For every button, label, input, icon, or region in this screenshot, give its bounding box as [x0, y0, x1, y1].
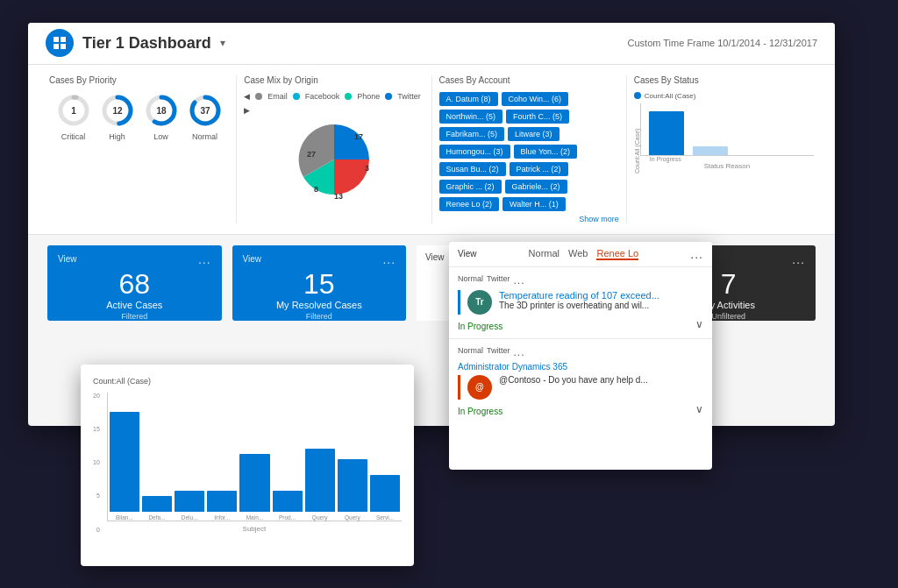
- phone-dot: [345, 93, 352, 100]
- bc-bar-infor-rect: [207, 491, 237, 512]
- twitter-label: Twitter: [397, 92, 421, 101]
- bc-bar-prod: Prod...: [273, 491, 303, 521]
- stream-overlay-header: View Normal Web Renee Lo ...: [449, 242, 712, 266]
- ring-high-svg: 12: [99, 92, 136, 129]
- active-cases-label: Active Cases: [58, 300, 211, 310]
- bc-bar-query1-label: Query: [312, 514, 328, 521]
- stream-item-2-text: @Contoso - Do you have any help d...: [499, 375, 648, 385]
- casemix-chart-section: Case Mix by Origin ◀ Email Facebook Phon…: [237, 75, 431, 223]
- tag-adatum[interactable]: A. Datum (8): [439, 92, 498, 106]
- pie-chart-svg: 17 27 3 13 8: [286, 120, 382, 199]
- bar-chart-card: Count:All (Case) 20 15 10 5 0 Bilan... D…: [81, 365, 414, 566]
- app-icon-svg: [52, 35, 68, 51]
- svg-text:27: 27: [307, 150, 316, 159]
- show-more-link[interactable]: Show more: [439, 215, 619, 223]
- bar-chart-title: Count:All (Case): [93, 377, 402, 386]
- status-x-labels: In Progress: [640, 156, 814, 162]
- stream-overlay-tab-reneelo[interactable]: Renee Lo: [596, 248, 638, 260]
- bc-bar-prod-label: Prod...: [279, 514, 296, 521]
- stream-item-2-content: @ @Contoso - Do you have any help d...: [458, 375, 703, 400]
- stream-overlay-view[interactable]: View: [458, 249, 477, 259]
- title-chevron[interactable]: ▾: [220, 37, 225, 49]
- bc-bar-servi-rect: [370, 475, 400, 512]
- resolved-tile-header: View ...: [243, 252, 396, 266]
- stream-item-1-chevron[interactable]: ∨: [695, 318, 703, 330]
- stream-overlay-tab-normal[interactable]: Normal: [529, 248, 559, 260]
- tag-coho[interactable]: Coho Win... (6): [502, 92, 569, 106]
- y-label-5: 5: [96, 492, 100, 499]
- bc-bar-delu-label: Delu...: [182, 514, 198, 521]
- tag-gabriele[interactable]: Gabriele... (2): [505, 180, 567, 194]
- stream-overlay-tab-web[interactable]: Web: [568, 248, 588, 260]
- status-x-label-1: In Progress: [644, 156, 688, 162]
- stream-item-2-dots[interactable]: ...: [514, 346, 525, 358]
- active-tile-dots[interactable]: ...: [198, 252, 211, 266]
- svg-text:1: 1: [71, 106, 76, 116]
- ring-critical-svg: 1: [55, 92, 92, 129]
- priority-chart-section: Cases By Priority 1 Critical: [42, 75, 237, 223]
- bc-bars-wrapper: Bilan... Defa... Delu... Infor...: [107, 393, 402, 533]
- pie-container: 17 27 3 13 8: [244, 120, 424, 199]
- tag-fourth[interactable]: Fourth C... (5): [506, 110, 569, 124]
- active-cases-tile: View ... 68 Active Cases Filtered: [47, 245, 222, 321]
- y-label-10: 10: [93, 459, 100, 465]
- status-bars: [640, 103, 814, 156]
- active-tile-view[interactable]: View: [58, 254, 77, 264]
- stream-item-2-link[interactable]: Administrator Dynamics 365: [458, 362, 567, 372]
- bc-bar-defa: Defa...: [142, 496, 172, 521]
- tag-reneelo[interactable]: Renee Lo (2): [439, 197, 500, 211]
- tag-northwin[interactable]: Northwin... (5): [439, 110, 503, 124]
- app-icon: [46, 29, 74, 57]
- tiles-row: View ... 68 Active Cases Filtered View .…: [28, 235, 835, 331]
- tag-blueyon[interactable]: Blue Yon... (2): [514, 145, 578, 159]
- nav-left[interactable]: ◀: [244, 92, 250, 101]
- stream-overlay-dots[interactable]: ...: [690, 247, 703, 261]
- bc-bar-query1-rect: [305, 449, 335, 512]
- bc-bar-main: Main...: [239, 454, 269, 521]
- svg-text:18: 18: [156, 106, 167, 116]
- bc-bar-delu: Delu...: [175, 491, 204, 521]
- resolved-tile-dots[interactable]: ...: [382, 252, 396, 266]
- resolved-tile-view[interactable]: View: [243, 254, 262, 264]
- tag-patrick[interactable]: Patrick ... (2): [510, 162, 568, 176]
- ring-low-svg: 18: [143, 92, 180, 129]
- bc-bar-infor: Infor...: [207, 491, 237, 521]
- bar-inprogress: [649, 111, 684, 155]
- nav-right[interactable]: ▶: [244, 106, 250, 115]
- bc-bar-query1: Query: [305, 449, 335, 521]
- stream-card-overlay: View Normal Web Renee Lo ... Normal Twit…: [449, 242, 712, 470]
- tag-litware[interactable]: Litware (3): [508, 127, 559, 141]
- resolved-cases-tile: View ... 15 My Resolved Cases Filtered: [232, 245, 407, 321]
- tag-susanbu[interactable]: Susan Bu... (2): [439, 162, 506, 176]
- svg-rect-0: [53, 37, 59, 42]
- stream-item-2-status: In Progress: [458, 407, 502, 416]
- bc-bar-bilan-label: Bilan...: [116, 514, 133, 521]
- tag-walterh[interactable]: Walter H... (1): [502, 197, 566, 211]
- tag-humongou[interactable]: Humongou... (3): [439, 145, 510, 159]
- ring-normal: 37 Normal: [187, 92, 224, 141]
- stream-item-1-dots[interactable]: ...: [514, 274, 525, 287]
- bc-bar-infor-label: Infor...: [214, 514, 230, 521]
- tag-graphic[interactable]: Graphic ... (2): [439, 180, 502, 194]
- stream-item-2-chevron[interactable]: ∨: [695, 403, 703, 415]
- activities-tile-dots[interactable]: ...: [792, 252, 805, 266]
- bc-y-axis: 20 15 10 5 0: [93, 393, 103, 533]
- ring-normal-svg: 37: [187, 92, 224, 129]
- ring-normal-label: Normal: [192, 132, 217, 141]
- bc-bar-servi-label: Servi...: [376, 514, 394, 521]
- account-chart-section: Cases By Account A. Datum (8) Coho Win..…: [432, 75, 627, 223]
- resolved-cases-label: My Resolved Cases: [243, 300, 396, 310]
- facebook-label: Facebook: [305, 92, 340, 101]
- y-label-15: 15: [93, 426, 100, 432]
- stream-item-1-type: Normal: [458, 274, 483, 287]
- stream-tile-view[interactable]: View: [425, 252, 445, 262]
- account-title: Cases By Account: [439, 75, 619, 85]
- stream-item-1-title[interactable]: Temperature reading of 107 exceed...: [499, 290, 659, 301]
- stream-item-1-avatar: Tr: [467, 290, 492, 315]
- tag-fabrikam[interactable]: Fabrikam... (5): [439, 127, 505, 141]
- bc-x-title: Subject: [107, 525, 402, 533]
- status-bar-wrapper: Count:All (Case) In Progress: [634, 103, 814, 174]
- casemix-title: Case Mix by Origin: [244, 75, 424, 85]
- account-tags: A. Datum (8) Coho Win... (6) Northwin...…: [439, 92, 619, 211]
- stream-item-1-accent: [458, 290, 460, 315]
